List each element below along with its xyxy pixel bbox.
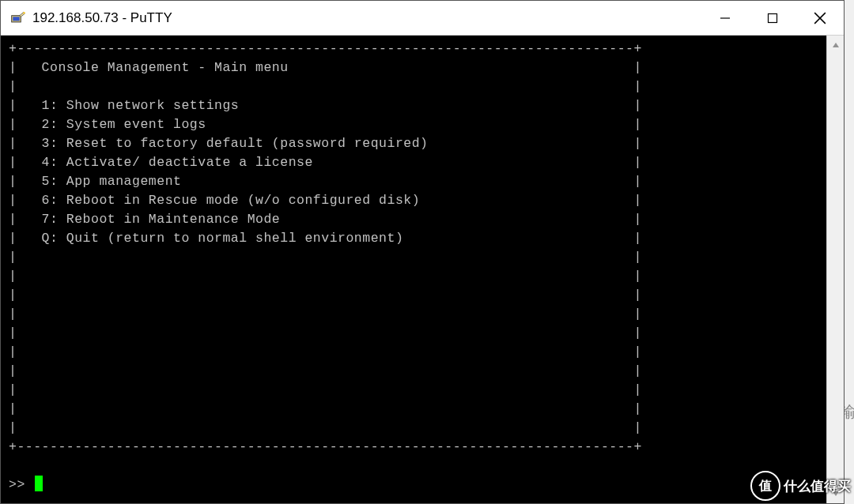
menu-item: | 2: System event logs | — [9, 117, 642, 132]
menu-item: | Q: Quit (return to normal shell enviro… — [9, 231, 642, 246]
blank-line: | | — [9, 269, 642, 284]
blank-line: | | — [9, 325, 642, 340]
blank-after-border — [9, 458, 17, 473]
blank-line: | | — [9, 288, 642, 303]
blank-line: | | — [9, 307, 642, 322]
window-controls — [701, 1, 844, 35]
blank-line: | | — [9, 420, 642, 435]
menu-item: | 5: App management | — [9, 174, 642, 189]
svg-rect-4 — [769, 13, 777, 22]
border-line: +---------------------------------------… — [9, 41, 642, 56]
putty-window: 192.168.50.73 - PuTTY +-----------------… — [0, 0, 845, 504]
watermark-text: 什么值得买 — [784, 477, 851, 495]
titlebar[interactable]: 192.168.50.73 - PuTTY — [1, 1, 844, 36]
menu-item: | 6: Reboot in Rescue mode (w/o configur… — [9, 193, 642, 208]
scrollbar[interactable] — [826, 36, 844, 503]
prompt: >> — [9, 476, 33, 495]
blank-line: | | — [9, 382, 642, 397]
menu-item: | 3: Reset to factory default (password … — [9, 136, 642, 151]
scroll-track[interactable] — [827, 55, 844, 484]
svg-point-2 — [23, 12, 25, 14]
terminal-output[interactable]: +---------------------------------------… — [1, 36, 826, 503]
blank-line: | | — [9, 250, 642, 265]
maximize-button[interactable] — [749, 1, 796, 35]
border-line: +---------------------------------------… — [9, 439, 642, 454]
menu-header: | Console Management - Main menu | — [9, 60, 642, 75]
svg-rect-1 — [13, 17, 19, 21]
putty-icon — [10, 10, 26, 26]
blank-line: | | — [9, 363, 642, 378]
blank-line: | | — [9, 344, 642, 359]
cursor — [35, 476, 43, 491]
blank-line: | | — [9, 401, 642, 416]
menu-item: | 1: Show network settings | — [9, 98, 642, 113]
window-title: 192.168.50.73 - PuTTY — [32, 10, 701, 26]
minimize-button[interactable] — [701, 1, 749, 35]
watermark-badge-icon: 值 — [750, 471, 780, 501]
menu-item: | 7: Reboot in Maintenance Mode | — [9, 212, 642, 227]
watermark: 值 什么值得买 — [750, 471, 851, 501]
close-button[interactable] — [796, 1, 844, 35]
blank-line: | | — [9, 79, 642, 94]
menu-item: | 4: Activate/ deactivate a license | — [9, 155, 642, 170]
scroll-up-arrow-icon[interactable] — [827, 36, 844, 55]
